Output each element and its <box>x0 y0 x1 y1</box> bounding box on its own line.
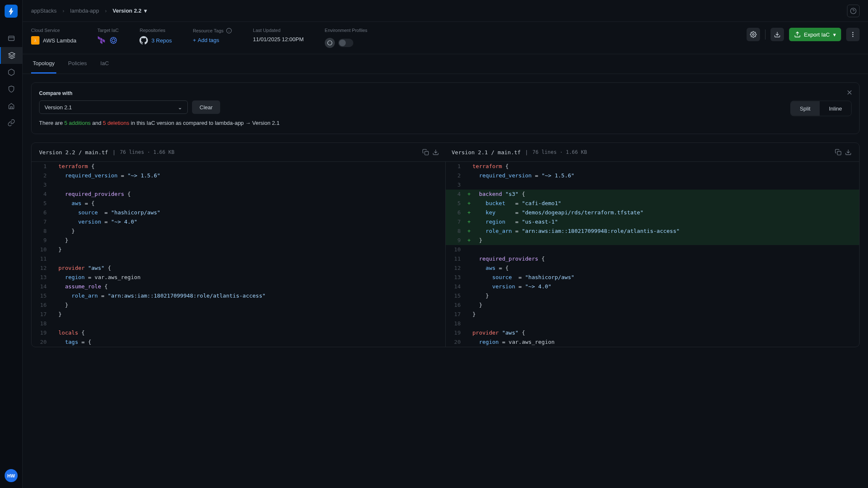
add-tags-button[interactable]: + Add tags <box>193 37 232 43</box>
settings-button[interactable] <box>747 28 760 41</box>
target-iac-label: Target IaC <box>97 28 119 33</box>
code-line: 4+ backend "s3" { <box>446 190 860 199</box>
nav-org[interactable] <box>0 98 23 114</box>
code-line: 17} <box>32 310 445 319</box>
caret-down-icon: ▾ <box>833 32 836 38</box>
code-line: 6 source = "hashicorp/aws" <box>32 208 445 217</box>
code-line: 10} <box>32 245 445 254</box>
svg-point-9 <box>852 36 854 37</box>
code-line: 2 required_version = "~> 1.5.6" <box>32 171 445 180</box>
svg-point-6 <box>752 34 754 35</box>
breadcrumb: appStacks › lambda-app › Version 2.2 ▾ <box>31 8 147 14</box>
code-line: 20 region = var.aws_region <box>446 338 860 347</box>
code-line: 17} <box>446 310 860 319</box>
breadcrumb-current[interactable]: Version 2.2 ▾ <box>113 8 147 14</box>
cloud-service-value: AWS Lambda <box>43 37 76 44</box>
svg-rect-11 <box>837 151 841 155</box>
breadcrumb-item[interactable]: appStacks <box>31 8 57 14</box>
code-line: 5 aws = { <box>32 199 445 208</box>
opentofu-icon <box>325 38 335 48</box>
code-line: 8+ role_arn = "arn:aws:iam::180217099948… <box>446 227 860 236</box>
code-line: 3 <box>446 180 860 190</box>
right-file-path: Version 2.1 / main.tf <box>452 149 521 156</box>
nav-link[interactable] <box>0 114 23 131</box>
resource-tags-label: Resource Tags <box>193 28 232 34</box>
code-line: 18 <box>446 319 860 328</box>
tab-topology[interactable]: Topology <box>31 54 56 74</box>
svg-rect-0 <box>8 36 14 41</box>
compare-with-label: Compare with <box>39 90 852 96</box>
left-file-path: Version 2.2 / main.tf <box>39 149 108 156</box>
nav-stacks[interactable] <box>0 47 23 64</box>
code-line: 10 <box>446 245 860 254</box>
split-view-button[interactable]: Split <box>791 101 820 116</box>
repos-link[interactable]: 3 Repos <box>151 37 171 44</box>
tab-iac[interactable]: IaC <box>99 54 110 74</box>
copy-icon[interactable] <box>422 149 429 156</box>
code-line: 3 <box>32 180 445 190</box>
code-line: 6+ key = "demos/dogeapi/rds/terraform.tf… <box>446 208 860 217</box>
info-icon <box>226 28 232 34</box>
last-updated-label: Last Updated <box>253 28 304 33</box>
compare-version-select[interactable]: Version 2.1 ⌄ <box>39 100 188 114</box>
code-line: 20 tags = { <box>32 338 445 347</box>
code-line: 7+ region = "us-east-1" <box>446 217 860 227</box>
inline-view-button[interactable]: Inline <box>820 101 851 116</box>
code-line: 9+ } <box>446 236 860 245</box>
chevron-down-icon: ⌄ <box>178 104 182 111</box>
compare-panel: Compare with Version 2.1 ⌄ Clear Split I… <box>31 82 860 134</box>
caret-down-icon: ▾ <box>144 8 147 14</box>
chevron-right-icon: › <box>63 8 64 14</box>
terraform-icon <box>97 36 106 45</box>
code-line: 19provider "aws" { <box>446 328 860 338</box>
last-updated-value: 11/01/2025 12:00PM <box>253 36 304 42</box>
breadcrumb-item[interactable]: lambda-app <box>70 8 99 14</box>
avatar[interactable]: HW <box>5 469 18 482</box>
nav-hexagon[interactable] <box>0 64 23 81</box>
download-button[interactable] <box>771 28 784 41</box>
github-icon <box>139 36 148 45</box>
copy-icon[interactable] <box>835 149 842 156</box>
tabs: Topology Policies IaC <box>23 54 868 74</box>
clear-button[interactable]: Clear <box>192 100 220 114</box>
helm-icon <box>109 36 118 45</box>
right-file-meta: 76 lines · 1.66 KB <box>532 149 587 155</box>
code-line: 4 required_providers { <box>32 190 445 199</box>
svg-rect-10 <box>425 151 429 155</box>
more-button[interactable] <box>846 28 860 41</box>
app-logo[interactable] <box>5 5 18 18</box>
svg-point-8 <box>852 34 854 35</box>
export-iac-button[interactable]: Export IaC ▾ <box>789 28 841 41</box>
code-line: 2 required_version = "~> 1.5.6" <box>446 171 860 180</box>
code-line: 11 required_providers { <box>446 254 860 264</box>
env-profiles-label: Environment Profiles <box>325 28 368 33</box>
download-icon[interactable] <box>845 149 852 156</box>
code-line: 12 aws = { <box>446 264 860 273</box>
cloud-service-label: Cloud Service <box>31 28 76 33</box>
code-line: 8 } <box>32 227 445 236</box>
topbar: appStacks › lambda-app › Version 2.2 ▾ <box>23 0 868 22</box>
nav-dashboard[interactable] <box>0 30 23 47</box>
code-line: 5+ bucket = "cafi-demo1" <box>446 199 860 208</box>
nav-security[interactable] <box>0 81 23 98</box>
code-line: 11 <box>32 254 445 264</box>
left-file-meta: 76 lines · 1.66 KB <box>120 149 174 155</box>
code-line: 14 assume_role { <box>32 282 445 291</box>
aws-lambda-icon: λ <box>31 36 39 45</box>
header: Cloud Service λ AWS Lambda Target IaC Re… <box>23 22 868 54</box>
sidebar: HW <box>0 0 23 488</box>
close-button[interactable] <box>846 89 853 98</box>
right-code-panel: 1terraform {2 required_version = "~> 1.5… <box>446 162 860 347</box>
code-line: 16 } <box>446 301 860 310</box>
env-profiles-toggle[interactable] <box>338 39 353 47</box>
code-line: 7 version = "~> 4.0" <box>32 217 445 227</box>
view-mode-toggle: Split Inline <box>790 100 852 116</box>
diff-panel: Version 2.2 / main.tf | 76 lines · 1.66 … <box>31 142 860 347</box>
help-button[interactable] <box>847 5 860 17</box>
tab-policies[interactable]: Policies <box>66 54 89 74</box>
code-line: 9 } <box>32 236 445 245</box>
code-line: 18 <box>32 319 445 328</box>
download-icon[interactable] <box>432 149 439 156</box>
svg-point-2 <box>112 39 115 42</box>
code-line: 13 source = "hashicorp/aws" <box>446 273 860 282</box>
